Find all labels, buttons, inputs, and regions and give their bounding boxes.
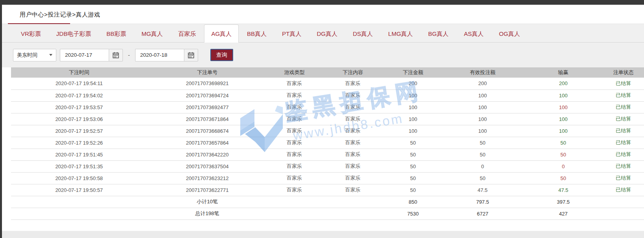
tab-8[interactable]: DG真人 <box>310 24 345 43</box>
cell-content: 百家乐 <box>321 160 384 172</box>
cell-order: 200717073698921 <box>147 78 267 89</box>
header-cell-7: 注单状态 <box>603 67 644 78</box>
tab-6[interactable]: BB真人 <box>240 24 274 43</box>
cell-status: 已结算 <box>603 149 644 160</box>
cell-status: 已结算 <box>603 160 644 172</box>
cell-amount: 7530 <box>384 208 442 219</box>
cell-game <box>267 196 321 208</box>
cell-content: 百家乐 <box>321 184 384 196</box>
cell-order: 小计10笔 <box>147 196 267 208</box>
cell-winloss: 0 <box>524 160 603 172</box>
table-row: 2020-07-17 19:53:57200717073692477百家乐百家乐… <box>11 101 644 113</box>
cell-order: 200717073623212 <box>147 172 267 184</box>
calendar-icon <box>188 52 194 58</box>
cell-amount: 50 <box>384 172 442 184</box>
cell-status: 已结算 <box>603 125 644 137</box>
timezone-select-value: 美东时间 <box>17 52 37 59</box>
cell-status <box>603 208 644 219</box>
cell-time: 2020-07-17 19:52:26 <box>11 137 147 149</box>
header-cell-0: 下注时间 <box>11 67 147 78</box>
tab-7[interactable]: PT真人 <box>275 24 308 43</box>
date-from-calendar-button[interactable] <box>109 49 123 61</box>
table-row: 2020-07-17 19:54:02200717073694724百家乐百家乐… <box>11 89 644 101</box>
tab-5[interactable]: AG真人 <box>204 24 239 43</box>
tab-3[interactable]: MG真人 <box>134 24 170 43</box>
cell-game: 百家乐 <box>267 160 321 172</box>
cell-amount: 50 <box>384 184 442 196</box>
search-button[interactable]: 查询 <box>210 49 233 61</box>
tab-1[interactable]: JDB电子彩票 <box>49 24 98 43</box>
cell-time: 2020-07-17 19:54:02 <box>11 89 147 101</box>
cell-time: 2020-07-17 19:54:11 <box>11 78 147 89</box>
cell-time: 2020-07-17 19:52:57 <box>11 125 147 137</box>
cell-status: 已结算 <box>603 101 644 113</box>
cell-amount: 850 <box>384 196 442 208</box>
cell-amount: 100 <box>384 89 442 101</box>
cell-valid: 100 <box>442 89 524 101</box>
cell-content <box>321 196 384 208</box>
cell-order: 200717073671864 <box>147 113 267 125</box>
table-row: 2020-07-17 19:53:06200717073671864百家乐百家乐… <box>11 113 644 125</box>
cell-amount: 100 <box>384 113 442 125</box>
date-from-input[interactable] <box>60 49 109 61</box>
cell-content: 百家乐 <box>321 78 384 89</box>
cell-winloss: 50 <box>524 172 603 184</box>
cell-time: 2020-07-17 19:53:06 <box>11 113 147 125</box>
cell-amount: 50 <box>384 149 442 160</box>
date-to-group <box>135 49 198 61</box>
calendar-icon <box>113 52 119 58</box>
tab-11[interactable]: BG真人 <box>421 24 456 43</box>
cell-amount: 200 <box>384 78 442 89</box>
table-row: 2020-07-17 19:52:57200717073668674百家乐百家乐… <box>11 125 644 137</box>
cell-amount: 100 <box>384 101 442 113</box>
cell-content: 百家乐 <box>321 125 384 137</box>
cell-status: 已结算 <box>603 113 644 125</box>
cell-winloss: 100 <box>524 89 603 101</box>
cell-game: 百家乐 <box>267 172 321 184</box>
tab-12[interactable]: AS真人 <box>457 24 491 43</box>
date-to-calendar-button[interactable] <box>184 49 198 61</box>
cell-time <box>11 196 147 208</box>
cell-content: 百家乐 <box>321 137 384 149</box>
cell-order: 200717073668674 <box>147 125 267 137</box>
tab-0[interactable]: VR彩票 <box>14 24 48 43</box>
cell-valid: 100 <box>442 101 524 113</box>
cell-winloss: 427 <box>524 208 603 219</box>
breadcrumb-row: 用户中心>投注记录>真人游戏 <box>2 5 644 24</box>
header-cell-4: 下注金额 <box>384 67 442 78</box>
content-card: 用户中心>投注记录>真人游戏 VR彩票JDB电子彩票BB彩票MG真人百家乐AG真… <box>2 5 644 231</box>
cell-amount: 100 <box>384 125 442 137</box>
cell-time: 2020-07-17 19:50:57 <box>11 184 147 196</box>
timezone-select[interactable]: 美东时间 <box>13 49 56 61</box>
date-to-input[interactable] <box>135 49 184 61</box>
tab-4[interactable]: 百家乐 <box>171 24 203 43</box>
cell-order: 200717073694724 <box>147 89 267 101</box>
tab-2[interactable]: BB彩票 <box>99 24 133 43</box>
cell-game: 百家乐 <box>267 101 321 113</box>
cell-content: 百家乐 <box>321 172 384 184</box>
table-row: 2020-07-17 19:54:11200717073698921百家乐百家乐… <box>11 78 644 89</box>
date-from-group <box>60 49 123 61</box>
tab-bar: VR彩票JDB电子彩票BB彩票MG真人百家乐AG真人BB真人PT真人DG真人DS… <box>2 24 644 43</box>
cell-order: 总计198笔 <box>147 208 267 219</box>
cell-valid: 0 <box>442 160 524 172</box>
cell-valid: 50 <box>442 149 524 160</box>
tab-9[interactable]: DS真人 <box>346 24 380 43</box>
table-row: 2020-07-17 19:52:26200717073657864百家乐百家乐… <box>11 137 644 149</box>
cell-time: 2020-07-17 19:51:45 <box>11 149 147 160</box>
cell-game: 百家乐 <box>267 184 321 196</box>
cell-valid: 100 <box>442 125 524 137</box>
cell-valid: 200 <box>442 78 524 89</box>
left-edge-bar <box>0 0 2 238</box>
cell-amount: 50 <box>384 137 442 149</box>
header-cell-6: 输赢 <box>524 67 603 78</box>
cell-winloss: 100 <box>524 125 603 137</box>
table-row: 2020-07-17 19:50:58200717073623212百家乐百家乐… <box>11 172 644 184</box>
cell-winloss: 47.5 <box>524 184 603 196</box>
tab-10[interactable]: LMG真人 <box>381 24 420 43</box>
cell-amount: 50 <box>384 160 442 172</box>
cell-status: 已结算 <box>603 78 644 89</box>
tab-13[interactable]: OG真人 <box>492 24 527 43</box>
cell-order: 200717073637504 <box>147 160 267 172</box>
table-row: 2020-07-17 19:51:35200717073637504百家乐百家乐… <box>11 160 644 172</box>
